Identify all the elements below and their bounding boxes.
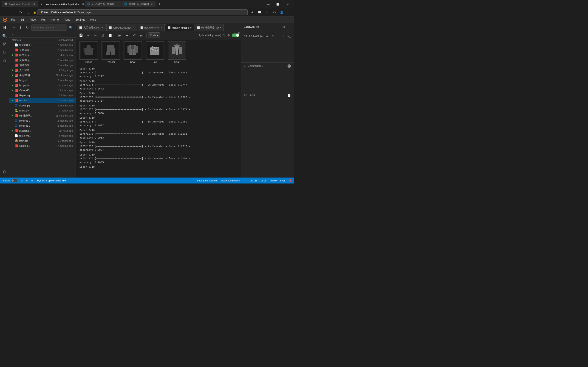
address-input[interactable] bbox=[37, 9, 248, 15]
file-row[interactable]: 🖼picture1-...2 months ago bbox=[9, 123, 76, 128]
file-row[interactable]: 📕PB神经网...13 minutes ago bbox=[9, 113, 76, 118]
sidebar-debugger-icon[interactable] bbox=[1, 168, 8, 176]
restart-button[interactable]: ↺ bbox=[131, 32, 138, 39]
refresh-button[interactable]: ↻ bbox=[17, 9, 24, 16]
cut-cell-button[interactable]: ✂ bbox=[92, 32, 99, 39]
menu-file[interactable]: File bbox=[9, 17, 18, 23]
callstack-step-over[interactable]: ↷ bbox=[270, 34, 275, 39]
sidebar-run-icon[interactable]: ▷ bbox=[1, 49, 8, 56]
callstack-header[interactable]: CALLSTACI ▶ ■ ↷ ↓ ↑ >_ bbox=[242, 33, 294, 40]
nb-tab-catdog[interactable]: ⬜ CatAndDog.ipy× ✕ bbox=[106, 24, 137, 31]
tab4-close[interactable]: ✕ bbox=[150, 2, 153, 6]
copy-cell-button[interactable]: ⎘ bbox=[100, 32, 106, 39]
mode-toggle[interactable] bbox=[11, 179, 17, 182]
tab2-close[interactable]: ✕ bbox=[82, 2, 85, 6]
settings-gear-icon[interactable]: ⚙ bbox=[238, 31, 241, 35]
file-row[interactable]: 📕b.ipynb2 months ago bbox=[9, 78, 76, 83]
file-row[interactable]: 📕bp.ipynba month ago bbox=[9, 83, 76, 88]
jupyterlab-logo[interactable] bbox=[2, 17, 8, 23]
nb-tab-catdog-close[interactable]: ✕ bbox=[133, 26, 135, 29]
stop-button[interactable]: ■ bbox=[124, 32, 130, 39]
read-icon[interactable]: 📖 bbox=[256, 9, 263, 16]
file-row[interactable]: 📕黄晓珊.ip...2 months ago bbox=[9, 58, 76, 63]
breakpoints-icon[interactable]: ⬤ bbox=[287, 63, 292, 68]
menu-help[interactable]: Help bbox=[88, 17, 98, 23]
browser-tab-4[interactable]: 🌐 博客后台 - 博客园 ✕ bbox=[122, 1, 156, 7]
file-col-name[interactable]: Name ▲ bbox=[12, 39, 47, 41]
favorites-icon[interactable]: ☆ bbox=[264, 9, 270, 16]
variables-list-view[interactable]: ☰ bbox=[287, 25, 292, 30]
browser-tab-1[interactable]: 📓 JupyterLab Portable ✕ bbox=[2, 1, 38, 7]
maximize-button[interactable]: ⬜ bbox=[273, 1, 283, 7]
collections-icon[interactable]: 🗂 bbox=[271, 9, 277, 16]
file-filter-input[interactable] bbox=[31, 25, 67, 31]
source-header[interactable]: SOURCE 📄 bbox=[242, 92, 294, 99]
callstack-stop[interactable]: ■ bbox=[265, 34, 270, 39]
file-row[interactable]: 📕哈夫曼.ip...4 days ago bbox=[9, 52, 76, 58]
file-row[interactable]: 📕fashion ...21 hours ago bbox=[9, 98, 76, 103]
file-row[interactable]: 📕人工智能...22 days ago bbox=[9, 68, 76, 73]
back-button[interactable]: ‹ bbox=[2, 9, 8, 16]
refresh-files-button[interactable]: ↻ bbox=[25, 24, 30, 31]
nb-tab-rengong[interactable]: ⬜ 人工智能.ipynb ✕ bbox=[77, 24, 106, 31]
browser-tab-3[interactable]: 🌐 xsh6的主页 - 博客园 ✕ bbox=[85, 1, 121, 7]
new-folder-button[interactable]: + bbox=[11, 24, 17, 31]
sidebar-git-icon[interactable] bbox=[1, 40, 8, 48]
restart-run-button[interactable]: ⏭ bbox=[138, 32, 145, 39]
add-cell-button[interactable]: + bbox=[85, 32, 91, 39]
callstack-play[interactable]: ▶ bbox=[259, 34, 264, 39]
forward-button[interactable]: › bbox=[10, 9, 16, 16]
file-row[interactable]: 🖼flower.jpg2 months ago bbox=[9, 103, 76, 108]
browser-tab-2[interactable]: ● fashion mnist.i (6) - JupyterLab ✕ bbox=[39, 1, 85, 7]
file-row[interactable]: 📄9629e8f4...2 months ago bbox=[9, 42, 76, 48]
menu-kernel[interactable]: Kernel bbox=[49, 17, 62, 23]
new-tab-button[interactable]: + bbox=[156, 1, 163, 7]
status-settings[interactable]: ⚙ bbox=[31, 179, 34, 182]
paste-cell-button[interactable]: 📋 bbox=[107, 32, 113, 39]
close-button[interactable]: ✕ bbox=[283, 1, 292, 7]
save-button[interactable]: 💾 bbox=[78, 32, 84, 39]
breakpoints-header[interactable]: BREAKPOINTS ⬤ bbox=[242, 63, 294, 69]
file-row[interactable]: 🐍mnist.pya month ago bbox=[9, 108, 76, 113]
home-button[interactable]: ⌂ bbox=[25, 9, 32, 16]
translate-icon[interactable]: A bbox=[249, 9, 255, 16]
menu-run[interactable]: Run bbox=[39, 17, 49, 23]
search-files-button[interactable]: 🔍 bbox=[68, 24, 74, 31]
file-row[interactable]: 📕CatAndD...19 hours ago bbox=[9, 88, 76, 93]
sidebar-extensions-icon[interactable] bbox=[1, 57, 8, 64]
variables-grid-view[interactable]: ⊞ bbox=[281, 25, 286, 30]
sidebar-search-icon[interactable]: 🔍 bbox=[1, 32, 8, 40]
nb-tab-pytorch[interactable]: ⬜ pytorch.ipynb ✕ bbox=[138, 24, 165, 31]
status-mode[interactable]: Simple bbox=[2, 179, 17, 182]
tab1-close[interactable]: ✕ bbox=[33, 2, 36, 6]
run-button[interactable]: ▶ bbox=[116, 32, 123, 39]
sidebar-files-icon[interactable] bbox=[1, 24, 8, 31]
variables-settings-row: ⚙ bbox=[242, 31, 294, 33]
nb-tab-fashion[interactable]: ⬜ fashion mnist.ip × bbox=[165, 24, 194, 31]
callstack-step-into[interactable]: ↓ bbox=[276, 34, 281, 39]
callstack-step-out[interactable]: ↑ bbox=[281, 34, 286, 39]
nb-tab-pb[interactable]: ⬜ PB神经网络-pyt × bbox=[195, 24, 224, 31]
file-row[interactable]: 📕混淆矩阵...2 months ago bbox=[9, 63, 76, 68]
file-row[interactable]: 📦train.zip21 hours ago bbox=[9, 138, 76, 143]
tab3-close[interactable]: ✕ bbox=[116, 2, 119, 6]
upload-button[interactable]: ⬆ bbox=[18, 24, 23, 31]
menu-view[interactable]: View bbox=[28, 17, 39, 23]
file-row[interactable]: 📕Untitled.i...2 months ago bbox=[9, 143, 76, 148]
file-row[interactable]: 📕pytorch.i...an hour ago bbox=[9, 128, 76, 133]
file-row[interactable]: 📄torch-wo...a month ago bbox=[9, 133, 76, 138]
cell-type-selector[interactable]: Code ▾ bbox=[148, 32, 160, 38]
profile-icon[interactable]: 👤 bbox=[278, 9, 285, 16]
menu-settings[interactable]: Settings bbox=[73, 17, 87, 23]
nb-tab-rengong-close[interactable]: ✕ bbox=[102, 26, 103, 29]
minimize-button[interactable]: — bbox=[264, 1, 273, 7]
file-row[interactable]: 📕Exploring...22 days ago bbox=[9, 93, 76, 98]
menu-tabs[interactable]: Tabs bbox=[62, 17, 73, 23]
file-row[interactable]: 🖼picture1-...2 months ago bbox=[9, 118, 76, 123]
more-icon[interactable]: ··· bbox=[286, 9, 292, 16]
file-row[interactable]: 📕手写BP神...22 minutes ago bbox=[9, 73, 76, 78]
source-icon[interactable]: 📄 bbox=[287, 93, 292, 98]
file-row[interactable]: 📕反色运算...2 months ago bbox=[9, 48, 76, 52]
menu-edit[interactable]: Edit bbox=[18, 17, 27, 23]
callstack-evaluate[interactable]: >_ bbox=[287, 34, 292, 39]
